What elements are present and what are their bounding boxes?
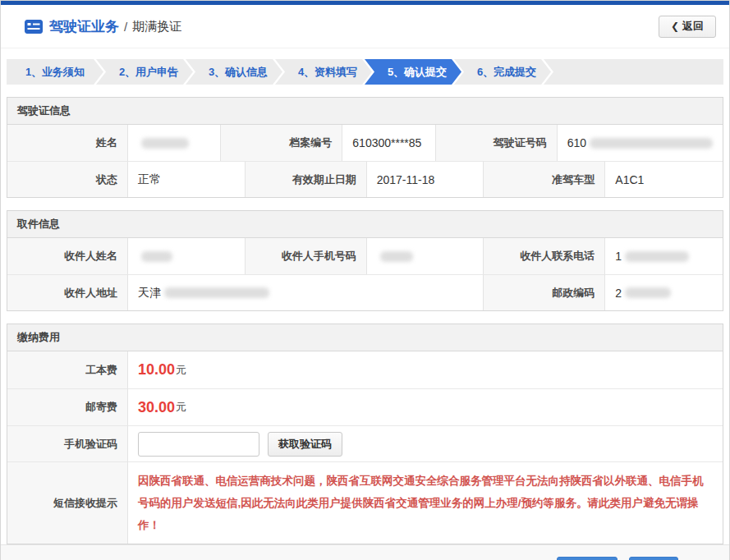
- step-label: 4、资料填写: [298, 65, 357, 80]
- expiry-value: 2017-11-18: [367, 161, 484, 197]
- step-progress-bar: 1、业务须知 2、用户申告 3、确认信息 4、资料填写 5、确认提交 6、完成提…: [7, 59, 723, 85]
- work-fee-value: 10.00元: [128, 351, 723, 388]
- recipient-phone-label: 收件人联系电话: [484, 238, 605, 274]
- fee-panel-title: 缴纳费用: [7, 324, 723, 351]
- license-no-prefix: 610: [567, 136, 586, 149]
- table-row: 邮寄费 30.00元: [7, 388, 723, 425]
- main-content: 驾驶证信息 姓名 档案编号 610300****85 驾驶证号码 610 状态 …: [1, 85, 729, 544]
- pickup-info-title: 取件信息: [7, 211, 723, 238]
- step-label: 5、确认提交: [388, 65, 447, 80]
- captcha-label: 手机验证码: [7, 425, 128, 461]
- step-1-business-notice: 1、业务须知: [7, 59, 103, 85]
- postal-code-label: 邮政编码: [484, 274, 605, 310]
- recipient-phone-value: 1: [605, 238, 723, 274]
- table-row: 手机验证码 获取验证码: [7, 425, 723, 461]
- mail-fee-label: 邮寄费: [7, 388, 128, 425]
- table-row: 短信接收提示 因陕西省联通、电信运营商技术问题，陕西省互联网交通安全综合服务管理…: [7, 461, 723, 544]
- recipient-mobile-value: [367, 238, 484, 274]
- mail-fee-unit: 元: [176, 400, 186, 415]
- table-row: 收件人地址 天津 邮政编码 2: [7, 274, 723, 310]
- recipient-name-label: 收件人姓名: [7, 238, 128, 274]
- recipient-address-prefix: 天津: [138, 286, 161, 301]
- redacted-name: [141, 138, 189, 149]
- vehicle-class-label: 准驾车型: [484, 161, 605, 197]
- work-fee-label: 工本费: [7, 351, 128, 388]
- mail-fee-value: 30.00元: [128, 388, 723, 425]
- recipient-name-value: [128, 238, 246, 274]
- step-label: 6、完成提交: [477, 65, 536, 80]
- license-info-panel: 驾驶证信息 姓名 档案编号 610300****85 驾驶证号码 610 状态 …: [7, 97, 723, 198]
- redacted-recipient-name: [141, 251, 172, 262]
- status-label: 状态: [7, 161, 128, 197]
- sms-tip-text: 因陕西省联通、电信运营商技术问题，陕西省互联网交通安全综合服务管理平台无法向持陕…: [138, 470, 713, 536]
- previous-step-button[interactable]: 上一步: [557, 557, 618, 560]
- table-row: 收件人姓名 收件人手机号码 收件人联系电话 1: [7, 238, 723, 274]
- license-info-title: 驾驶证信息: [7, 98, 723, 125]
- redacted-license-no: [590, 138, 713, 149]
- step-4-fill-data: 4、资料填写: [275, 59, 372, 85]
- step-6-complete-submit: 6、完成提交: [454, 59, 551, 85]
- file-no-label: 档案编号: [221, 125, 342, 161]
- recipient-phone-prefix: 1: [615, 250, 622, 263]
- captcha-cell: 获取验证码: [128, 425, 723, 461]
- step-5-confirm-submit-active: 5、确认提交: [365, 59, 461, 85]
- file-no-value: 610300****85: [342, 125, 435, 161]
- table-row: 姓名 档案编号 610300****85 驾驶证号码 610: [7, 125, 723, 161]
- recipient-address-label: 收件人地址: [7, 274, 128, 310]
- postal-code-prefix: 2: [615, 287, 622, 300]
- footer-action-bar: 上一步 完成: [1, 544, 729, 560]
- sms-tip-label: 短信接收提示: [7, 461, 128, 544]
- table-row: 状态 正常 有效期止日期 2017-11-18 准驾车型 A1C1: [7, 161, 723, 197]
- breadcrumb-current: 期满换证: [132, 19, 181, 34]
- captcha-input[interactable]: [138, 432, 259, 457]
- breadcrumb-separator: /: [124, 20, 127, 34]
- name-label: 姓名: [7, 125, 128, 161]
- page-title: 驾驶证业务: [49, 17, 119, 36]
- work-fee-amount: 10.00: [138, 361, 175, 379]
- step-2-user-declaration: 2、用户申告: [96, 59, 193, 85]
- step-label: 1、业务须知: [25, 65, 85, 80]
- license-no-label: 驾驶证号码: [436, 125, 558, 161]
- license-form-icon: [25, 20, 43, 34]
- work-fee-unit: 元: [176, 363, 186, 378]
- back-chevron-icon: ❮: [671, 21, 679, 32]
- recipient-address-value: 天津: [128, 274, 484, 310]
- postal-code-value: 2: [605, 274, 723, 310]
- pickup-info-panel: 取件信息 收件人姓名 收件人手机号码 收件人联系电话 1 收件人地址 天津 邮政…: [7, 210, 723, 311]
- mail-fee-amount: 30.00: [138, 399, 175, 416]
- page-header: 驾驶证业务 / 期满换证 ❮ 返回: [1, 5, 729, 48]
- redacted-recipient-phone: [625, 251, 689, 262]
- redacted-recipient-mobile: [380, 251, 413, 262]
- step-label: 3、确认信息: [209, 65, 268, 80]
- license-no-value: 610: [558, 125, 723, 161]
- recipient-mobile-label: 收件人手机号码: [246, 238, 367, 274]
- fee-panel: 缴纳费用 工本费 10.00元 邮寄费 30.00元 手机验证码 获取验证码 短…: [7, 324, 723, 544]
- finish-button[interactable]: 完成: [629, 557, 678, 560]
- redacted-postal-code: [625, 287, 671, 298]
- redacted-recipient-address: [164, 287, 269, 298]
- page: 驾驶证业务 / 期满换证 ❮ 返回 1、业务须知 2、用户申告 3、确认信息 4…: [0, 0, 730, 560]
- table-row: 工本费 10.00元: [7, 351, 723, 388]
- get-captcha-button[interactable]: 获取验证码: [268, 432, 342, 457]
- step-3-confirm-info: 3、确认信息: [186, 59, 282, 85]
- expiry-label: 有效期止日期: [246, 161, 367, 197]
- sms-tip-cell: 因陕西省联通、电信运营商技术问题，陕西省互联网交通安全综合服务管理平台无法向持陕…: [128, 461, 723, 544]
- back-button-label: 返回: [682, 19, 704, 34]
- step-label: 2、用户申告: [119, 65, 178, 80]
- back-button[interactable]: ❮ 返回: [659, 16, 716, 38]
- name-value: [128, 125, 221, 161]
- vehicle-class-value: A1C1: [605, 161, 723, 197]
- status-value: 正常: [128, 161, 246, 197]
- step-bar-filler: [544, 59, 723, 85]
